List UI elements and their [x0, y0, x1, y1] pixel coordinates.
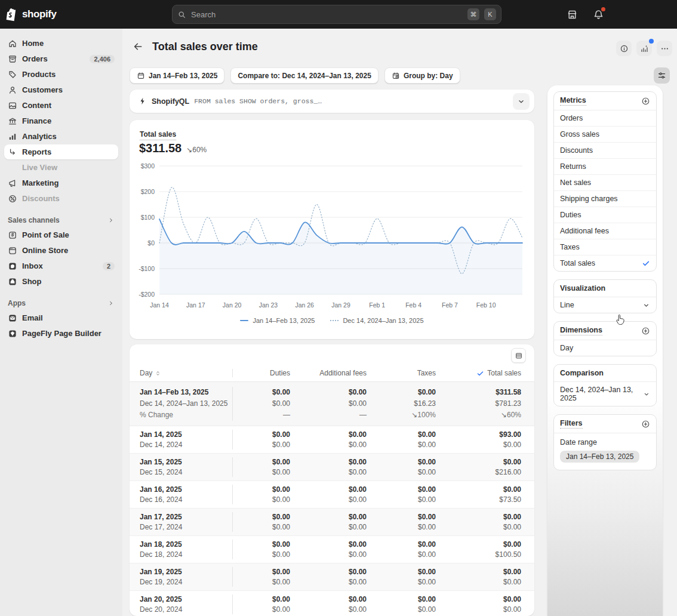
- notification-badge: [600, 6, 607, 13]
- visualization-select[interactable]: Line: [554, 297, 656, 313]
- metric-item-discounts[interactable]: Discounts: [554, 143, 656, 159]
- global-search-input[interactable]: Search ⌘ K: [172, 5, 501, 24]
- sidebar-item-discounts[interactable]: Discounts: [4, 191, 118, 206]
- sidebar-heading-apps[interactable]: Apps: [4, 296, 118, 310]
- value-cell: $0.00: [300, 522, 376, 532]
- search-placeholder: Search: [191, 10, 463, 19]
- sidebar-item-online-store[interactable]: Online Store: [4, 243, 118, 258]
- sidebar-item-point-of-sale[interactable]: Point of Sale: [4, 227, 118, 242]
- date-range-filter-chip[interactable]: Jan 14–Feb 13, 2025: [560, 451, 639, 463]
- metric-item-duties[interactable]: Duties: [554, 207, 656, 223]
- sidebar-heading-sales-channels[interactable]: Sales channels: [4, 213, 118, 227]
- metric-item-orders[interactable]: Orders: [554, 110, 656, 127]
- visualization-section-header: Visualization: [554, 280, 656, 297]
- back-button[interactable]: [130, 38, 146, 55]
- metric-item-gross-sales[interactable]: Gross sales: [554, 127, 656, 143]
- current-period-line: Jan 18, 2025$0.00$0.00$0.00$0.00: [130, 540, 534, 550]
- day-cell: Jan 16, 2025: [130, 485, 233, 495]
- filter-chip-jan-14-feb-13-2025[interactable]: Jan 14–Feb 13, 2025: [130, 67, 224, 84]
- metric-item-label: Returns: [560, 162, 586, 171]
- value-cell: $0.00: [376, 485, 445, 495]
- chart-legend: Jan 14–Feb 13, 2025Dec 14, 2024–Jan 13, …: [130, 317, 534, 324]
- table-row-jan-15-2025[interactable]: Jan 15, 2025$0.00$0.00$0.00$0.00Dec 15, …: [130, 454, 534, 481]
- table-row-jan-16-2025[interactable]: Jan 16, 2025$0.00$0.00$0.00$0.00Dec 16, …: [130, 481, 534, 509]
- metric-item-total-sales[interactable]: Total sales: [554, 255, 656, 271]
- previous-period-line: Dec 19, 2024$0.00$0.00$0.00$0.00: [130, 577, 534, 587]
- column-header-additional-fees[interactable]: Additional fees: [300, 369, 376, 377]
- value-cell: $0.00: [233, 512, 300, 522]
- sidebar-item-orders[interactable]: Orders2,406: [4, 51, 118, 66]
- legend-item-solid: Jan 14–Feb 13, 2025: [240, 317, 315, 324]
- sidebar-item-shop[interactable]: Shop: [4, 274, 118, 289]
- table-grid-icon: [515, 352, 523, 360]
- metrics-section-header: Metrics: [554, 92, 656, 110]
- column-header-day[interactable]: Day: [130, 369, 233, 377]
- add-dimension-button[interactable]: [641, 327, 650, 335]
- lightning-icon: [138, 97, 147, 106]
- column-header-total-sales[interactable]: Total sales: [445, 369, 534, 377]
- store-menu-button[interactable]: [564, 6, 580, 23]
- topbar-actions: [564, 6, 607, 23]
- metric-item-shipping-charges[interactable]: Shipping charges: [554, 191, 656, 207]
- metric-item-returns[interactable]: Returns: [554, 159, 656, 175]
- table-row-jan-17-2025[interactable]: Jan 17, 2025$0.00$0.00$0.00$0.00Dec 17, …: [130, 509, 534, 536]
- pos-icon: [8, 230, 17, 240]
- column-header-duties[interactable]: Duties: [233, 369, 300, 377]
- metric-item-label: Duties: [560, 211, 581, 219]
- customize-report-button[interactable]: [636, 41, 652, 56]
- dimension-item-day[interactable]: Day: [554, 340, 656, 356]
- filter-field-label: Date range: [560, 438, 650, 446]
- table-view-button[interactable]: [511, 348, 526, 363]
- sidebar-item-email[interactable]: Email: [4, 310, 118, 325]
- shopifyql-expand-button[interactable]: [513, 93, 530, 110]
- value-cell: $0.00: [445, 512, 534, 522]
- sidebar-item-content[interactable]: Content: [4, 98, 118, 113]
- sidebar-item-customers[interactable]: Customers: [4, 82, 118, 97]
- sidebar-item-home[interactable]: Home: [4, 36, 118, 51]
- chart-metric-value-row: $311.58 ↘60%: [139, 141, 207, 155]
- sidebar-item-finance[interactable]: Finance: [4, 113, 118, 128]
- more-actions-button[interactable]: [657, 41, 672, 56]
- sidebar-item-reports[interactable]: Reports: [4, 144, 118, 159]
- sidebar-heading-label: Sales channels: [8, 216, 60, 224]
- day-cell: Jan 18, 2025: [130, 540, 233, 550]
- shop-icon: [8, 277, 17, 287]
- value-cell: $0.00: [376, 512, 445, 522]
- add-metric-button[interactable]: [641, 97, 650, 106]
- shopifyql-bar[interactable]: ShopifyQL FROM sales SHOW orders, gross_…: [130, 90, 534, 113]
- metric-item-additional-fees[interactable]: Additional fees: [554, 223, 656, 239]
- sidebar-item-pagefly-page-builder[interactable]: PageFly Page Builder: [4, 326, 118, 341]
- value-cell: $0.00: [300, 430, 376, 440]
- day-cell: Dec 20, 2024: [130, 605, 233, 615]
- chart-card: Total sales $311.58 ↘60% $300$200$100$0-…: [130, 120, 534, 339]
- column-header-taxes[interactable]: Taxes: [376, 369, 445, 377]
- shopify-logo[interactable]: shopify: [6, 6, 57, 23]
- sidebar-item-products[interactable]: Products: [4, 67, 118, 82]
- table-row-jan-18-2025[interactable]: Jan 18, 2025$0.00$0.00$0.00$0.00Dec 18, …: [130, 536, 534, 563]
- sidebar-item-label: Live View: [22, 163, 115, 172]
- table-row-jan-14-2025[interactable]: Jan 14, 2025$0.00$0.00$0.00$93.00Dec 14,…: [130, 426, 534, 454]
- value-cell: $0.00: [445, 577, 534, 587]
- metric-item-net-sales[interactable]: Net sales: [554, 175, 656, 191]
- comparison-select[interactable]: Dec 14, 2024–Jan 13, 2025: [554, 382, 656, 406]
- metric-item-label: Total sales: [560, 259, 595, 267]
- report-filter-chips: Jan 14–Feb 13, 2025Compare to: Dec 14, 2…: [130, 67, 460, 84]
- notifications-button[interactable]: [590, 6, 607, 23]
- sidebar-item-inbox[interactable]: Inbox2: [4, 258, 118, 273]
- sliders-icon: [657, 71, 666, 80]
- add-filter-button[interactable]: [641, 420, 650, 429]
- table-row-jan-19-2025[interactable]: Jan 19, 2025$0.00$0.00$0.00$0.00Dec 19, …: [130, 563, 534, 591]
- sidebar-item-analytics[interactable]: Analytics: [4, 129, 118, 144]
- sidebar-item-label: Products: [22, 70, 115, 79]
- report-info-button[interactable]: [616, 41, 632, 56]
- filter-chip-compare-to-dec-14-2024-jan-13-2025[interactable]: Compare to: Dec 14, 2024–Jan 13, 2025: [230, 67, 378, 84]
- content-icon: [8, 101, 17, 110]
- value-cell: $0.00: [376, 467, 445, 478]
- sidebar-item-marketing[interactable]: Marketing: [4, 175, 118, 190]
- metric-item-taxes[interactable]: Taxes: [554, 239, 656, 255]
- sidebar-item-live-view[interactable]: Live View: [4, 160, 118, 175]
- filter-chip-group-by-day[interactable]: Group by: Day: [384, 67, 460, 84]
- panel-toggle-button[interactable]: [654, 67, 670, 84]
- sidebar-item-label: Online Store: [22, 246, 115, 255]
- table-row-jan-20-2025[interactable]: Jan 20, 2025$0.00$0.00$0.00$0.00Dec 20, …: [130, 591, 534, 616]
